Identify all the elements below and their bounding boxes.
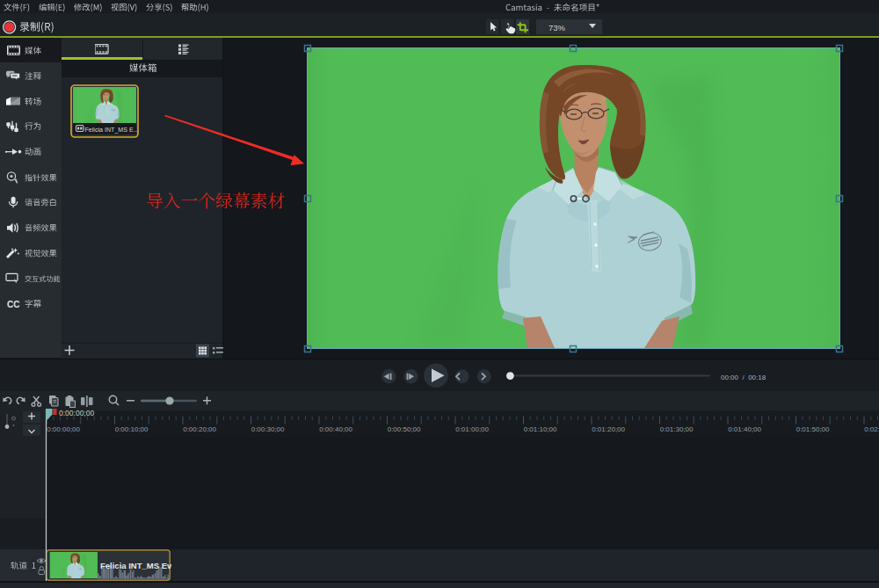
svg-text:Felicia INT_MS E...: Felicia INT_MS E... [85, 127, 139, 134]
svg-text:Felicia INT_MS Ev: Felicia INT_MS Ev [100, 561, 171, 570]
svg-text:CC: CC [7, 300, 19, 309]
